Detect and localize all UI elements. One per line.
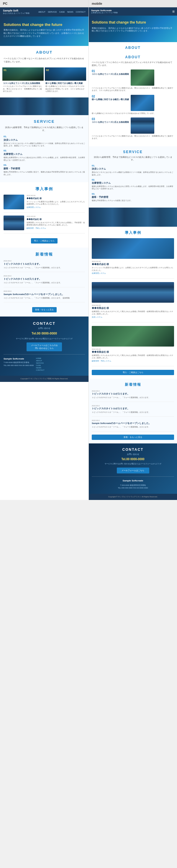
mb-card-num-3: 03 [92, 118, 129, 121]
pc-contact: CONTACT お問い合わせ Tel.00 0000-0000 サービスに関する… [0, 316, 88, 376]
mb-footer-address: 〒000-0000 都道府県市区所番地 TEL:000-000-0000 FAX… [92, 484, 174, 490]
pc-news-text-1: トピックスのテキストが「ツール」、「フェース更新情報」が入ります。 [3, 267, 85, 269]
pc-card-1-title: コストを抑えてニーズに応える独自開発 [3, 82, 43, 85]
footer-link-news[interactable]: NEWS [36, 367, 45, 369]
mb-case-item-1: 2022.00.00 ◆◆株式会社 様 ネットショップを運営するお客様により、お… [92, 238, 174, 279]
pc-card-2: 02 様々な業種に対応できる幅広い導入実績 様々な業種のビジネスのニーズをカスタ… [45, 67, 86, 94]
mb-contact: CONTACT お問い合わせ Tel.00 0000-0000 サービスに関する… [89, 443, 177, 494]
pc-news-btn[interactable]: 新着・をもっと見る [32, 307, 57, 312]
pc-case-tag-2: 顧客管理・予約システム [27, 227, 85, 230]
mb-case-item-2: 2022.00.00 ◆◆有限会社 様 在庫管理システムをカスタマイズして導入さ… [92, 282, 174, 322]
pc-case-desc-2: 在庫管理システムをカスタマイズして導入されたお客様に、予約管理・在庫管理の両方を… [27, 221, 85, 226]
mb-case-img-2 [92, 282, 174, 303]
footer-link-case[interactable]: CASE [36, 365, 45, 366]
mb-contact-tel: Tel.00 0000-0000 [92, 458, 174, 461]
pc-service-item-1: 01. 決済システム 貴社のビジネスにおけるシステム構築でお客様のリソース削減、… [3, 135, 85, 147]
mb-case-img-3 [92, 326, 174, 346]
mb-case-company-2: ◆◆有限会社 様 [92, 307, 174, 310]
nav-link-service[interactable]: SERVICE [48, 11, 57, 13]
pc-card-2-num: 02 [46, 69, 49, 71]
pc-service-num-2: 02. [3, 149, 85, 152]
pc-news-text-2: トピックスのテキストが「ツール」、「フェース更新情報」が入ります。 [3, 281, 85, 284]
mb-service-text-1: 貴社のビジネスにおけるシステム構築でお客様のリソース削減、効率化を実現するための… [92, 171, 174, 176]
mb-news-date-3: 2022.00.0 [92, 420, 174, 421]
pc-case-item-1: 2022.00.00 ◆◆株式会社 様 ネットショップを運営するお客様により、お… [3, 195, 85, 213]
pc-nav-links: ABOUT SERVICE CASE NEWS CONTACT [39, 11, 85, 13]
pc-footer-address: 〒000-0000 都道府県市区所番地 TEL:000-000-0000 FAX… [3, 361, 34, 367]
pc-service-text-2: 複雑な在庫管理やシステムに組み込まれた管理システムを構築します。在庫管理や発注管… [3, 156, 85, 161]
mb-nav-logo: Sample Softcreate [91, 9, 118, 12]
mb-case-tag-1: 在庫管理システム [92, 272, 174, 275]
mb-footer-info: Sample Softcreate 〒000-0000 都道府県市区所番地 TE… [92, 476, 174, 490]
mb-card-img-2 [131, 95, 154, 111]
pc-service-title-2: 友庫管理システム [3, 153, 85, 156]
pc-contact-tel: Tel.00 0000-0000 [3, 332, 85, 335]
pc-contact-btn[interactable]: メールフォームはこちらのお問い合わせはこちら [27, 342, 62, 351]
mb-contact-desc: サービスに関するお問い合わせは電話またはメールフォームからどうぞ [92, 463, 174, 465]
mb-service-title-1: 決済システム [92, 167, 174, 170]
mb-contact-sub-label: お問い合わせ [92, 453, 174, 456]
footer-link-about[interactable]: ABOUT [36, 360, 45, 362]
pc-case-img-2 [3, 216, 24, 230]
pc-card-1-text: ベースとなるソフトウェアをベースに開発するため、導入にかかるコスト・初期費用を抑… [3, 85, 43, 92]
pc-news-text-3: トピックスのテキストが「ツール」、「フェース更新情報」が入ります。 追加情報 [3, 297, 85, 299]
pc-card-2-title: 様々な業種に対応できる幅広い導入実績 [45, 82, 85, 85]
pc-service-item-2: 02. 友庫管理システム 複雑な在庫管理やシステムに組み込まれた管理システムを構… [3, 149, 85, 161]
pc-service-num-3: 03. [3, 164, 85, 166]
pc-service: SERVICE 決済から顧客管理、予約まで効果的なビジネスの拡大に最適なソフトを… [0, 115, 88, 182]
mb-case-desc-1: ネットショップを運営するお客様により、お客様ごとにカスタマイズした在庫管理システ… [92, 267, 174, 272]
pc-news: 新着情報 2022.00.0 トピックスのタイトルが入ります。 トピックスのテキ… [0, 248, 88, 316]
pc-about-label: ABOUT [3, 50, 85, 55]
mb-hero: Solutions that change the future 業務の仕組化を… [89, 16, 177, 42]
mb-about-cards: 01 コストを抑えてニーズに応える独自開発 ベースとなるソフトウェアをベースに開… [89, 69, 177, 146]
pc-cases-btn[interactable]: 導入・ご相談はこちら [31, 238, 57, 244]
mb-about-label-2: ABOUT [92, 55, 174, 59]
mb-card-text-1: ベースとなるソフトウェアをベースに開発するため、導入にかかるコスト・初期費用を抑… [92, 87, 174, 92]
mb-news-btn[interactable]: 新着・をもっと見る [92, 435, 174, 440]
mb-case-company-1: ◆◆株式会社 様 [92, 263, 174, 266]
mb-nav-menu-icon[interactable]: ≡ [172, 9, 175, 14]
mb-news: 新着情報 2022.00.0 トピックスのタイトルが入ります。 トピックスのテキ… [89, 379, 177, 443]
mb-news-text-3: トピックスのテキストが「ツール」、「フェース更新情報」が入ります。 [92, 426, 174, 428]
mb-news-title-3: Sample Softcreateのホームページをオープンしました。 [92, 422, 174, 425]
mb-news-text-1: トピックスのテキストが「ツール」、「フェース更新情報」が入ります。 [92, 396, 174, 399]
pc-footer-links: HOME ABOUT SERVICE CASE NEWS CONTACT [36, 358, 45, 371]
pc-case-company-1: ◆◆株式会社 様 [27, 197, 85, 200]
pc-contact-desc: サービスに関するお問い合わせは電話またはメールフォームからどうぞ [3, 337, 85, 340]
mobile-col-header: mobile [89, 0, 177, 7]
mb-service-item-3: 03. 顧客・予約管理 複雑な予約管理のシステムへの改善に役立てます。 [92, 192, 174, 202]
nav-link-contact[interactable]: CONTACT [76, 11, 85, 13]
pc-news-date-3: 2022.00.0 [3, 290, 85, 292]
pc-news-title-3: Sample Softcreateのホームページをオープンしました。 [3, 293, 85, 296]
footer-link-home[interactable]: HOME [36, 358, 45, 359]
mb-copyright: Copyright © サンプルソフトウェアリスト All Rights Res… [89, 494, 177, 500]
mb-case-tag-2: 決済システム [92, 316, 174, 318]
mb-service-num-3: 03. [92, 192, 174, 195]
main-layout: PC Sample Soft あなたを支えるソフトウェア事務 ABOUT SER… [0, 0, 177, 500]
pc-footer-info: Sample Softcreate 〒000-0000 都道府県市区所番地 TE… [3, 354, 85, 371]
mb-cases-btn[interactable]: 導入・ご相談はこちら [92, 370, 174, 375]
pc-card-1-num: 01 [3, 69, 6, 71]
mb-case-desc-2: 在庫管理システムをカスタマイズして導入されたお客様に予約管理・在庫管理の両方を実… [92, 310, 174, 315]
footer-link-contact[interactable]: CONTACT [36, 369, 45, 371]
pc-case-desc-1: ネットショップを運営するお客様により、お客様ごとにカスタマイズした在庫管理システ… [27, 200, 85, 206]
mb-footer-logo: Sample Softcreate [92, 479, 174, 483]
pc-hero-title: Solutions that change the future [3, 22, 85, 27]
pc-card-2-img: 02 [45, 67, 86, 81]
mb-card-title-1: コストを抑えてニーズに応える独自開発 [92, 73, 129, 75]
pc-news-title-2: トピックスのタイトルが入ります。 [3, 277, 85, 281]
mb-news-label: 新着情報 [92, 382, 174, 387]
nav-link-news[interactable]: NEWS [67, 11, 73, 13]
pc-nav-logo: Sample Soft あなたを支えるソフトウェア事務 [3, 9, 29, 15]
nav-link-about[interactable]: ABOUT [39, 11, 45, 13]
pc-service-title-1: 決済システム [3, 138, 85, 142]
mb-nav-logo-sub: お客様を支えるソフトウェア事務 [91, 12, 118, 14]
pc-case-company-2: ◆◆株式会社 様 [27, 218, 85, 221]
mb-cases: 導入事例 2022.00.00 ◆◆株式会社 様 ネットショップを運営するお客様… [89, 227, 177, 378]
mb-case-img-1 [92, 238, 174, 259]
mb-contact-btn[interactable]: メールフォームはこちら [117, 468, 149, 473]
pc-about-cards: 01 コストを抑えてニーズに応える独自開発 ベースとなるソフトウェアをベースに開… [0, 67, 88, 97]
footer-link-service[interactable]: SERVICE [36, 362, 45, 364]
mb-service: SERVICE 決済から顧客管理、予約まで効果的なビジネスの拡大に最適なソフトを… [89, 146, 177, 208]
nav-link-case[interactable]: CASE [59, 11, 65, 13]
